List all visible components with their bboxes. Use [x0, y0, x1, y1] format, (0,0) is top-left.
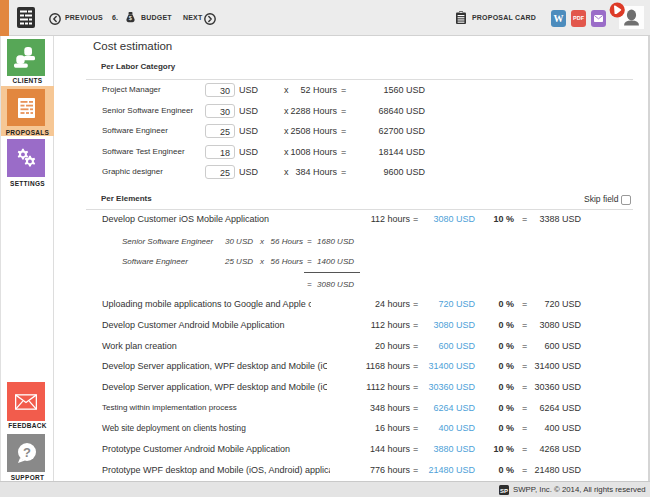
svg-text:?: ? [23, 445, 31, 460]
svg-text:SP: SP [500, 488, 508, 494]
